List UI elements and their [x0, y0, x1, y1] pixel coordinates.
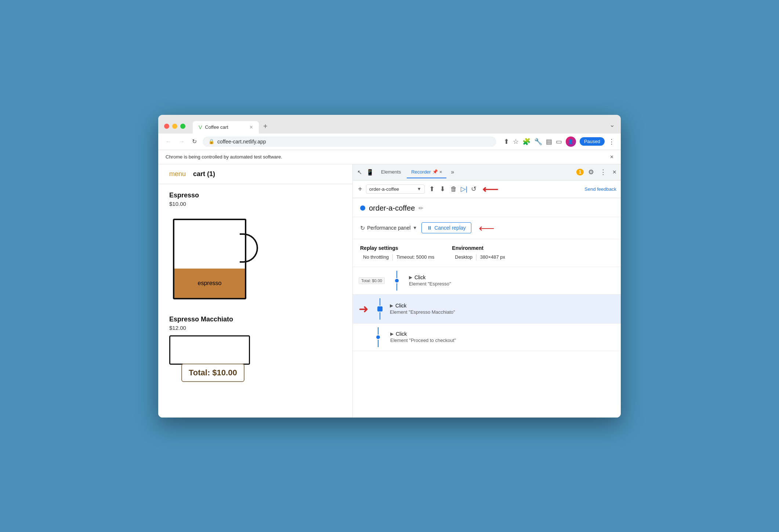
step-dot-1: [395, 279, 399, 283]
replay-settings-col: Replay settings No throttling | Timeout:…: [360, 245, 437, 261]
app-panel: menu cart (1) Espresso $10.00 espresso: [158, 164, 353, 418]
title-bar: V Coffee cart × + ⌄: [158, 115, 621, 134]
extensions-icon[interactable]: 🧩: [522, 138, 530, 146]
devtools-mobile-icon[interactable]: 📱: [365, 167, 375, 177]
nav-cart-link[interactable]: cart (1): [193, 170, 215, 178]
mug-handle: [240, 233, 258, 263]
steps-list: Total: $0.00 ▶ Click Element "Espresso": [353, 267, 621, 418]
timeout-value: Timeout: 5000 ms: [394, 254, 438, 260]
step-line-bottom-2: [380, 312, 380, 320]
devtools-panel: ↖ 📱 Elements Recorder 📌 × » 1 ⚙ ⋮ × +: [353, 164, 621, 418]
replay-controls: ↻ Performance panel ▼ ⏸ Cancel replay ⟵: [353, 217, 621, 239]
cancel-replay-button[interactable]: ⏸ Cancel replay: [421, 222, 471, 233]
step-content-espresso: ▶ Click Element "Espresso": [409, 274, 615, 287]
performance-panel-selector[interactable]: ↻ Performance panel ▼: [360, 225, 417, 232]
recording-select-text: order-a-coffee: [369, 186, 399, 192]
address-bar: ← → ↻ 🔒 coffee-cart.netlify.app ⬆ ☆ 🧩 🔧 …: [158, 134, 621, 150]
automation-text: Chrome is being controlled by automated …: [166, 154, 282, 160]
url-bar[interactable]: 🔒 coffee-cart.netlify.app: [203, 136, 496, 147]
step-expand-icon-2[interactable]: ▶: [390, 303, 393, 308]
step-action-label: Click: [414, 274, 425, 280]
tab-close-icon[interactable]: ×: [250, 124, 253, 131]
desktop-value: Desktop: [452, 254, 475, 260]
step-action-label-2: Click: [395, 303, 406, 309]
active-tab[interactable]: V Coffee cart ×: [193, 121, 259, 134]
step-preview-espresso: Total: $0.00: [359, 277, 385, 284]
tab-recorder[interactable]: Recorder 📌 ×: [407, 166, 446, 178]
recording-header: order-a-coffee ✏: [353, 198, 621, 217]
nav-menu-link[interactable]: menu: [169, 170, 186, 178]
paused-badge[interactable]: Paused: [580, 137, 605, 146]
browser-window: V Coffee cart × + ⌄ ← → ↻ 🔒 coffee-cart.…: [158, 115, 621, 418]
devtools-more-tabs[interactable]: »: [448, 166, 457, 178]
play-recording-icon[interactable]: ▷|: [461, 185, 468, 193]
devtools-close-icon[interactable]: ×: [611, 167, 618, 178]
mug-body: espresso: [173, 219, 246, 299]
step-item-macchiato[interactable]: ➜ ▶ Click Element "Espresso Macchiato": [353, 295, 621, 324]
step-content-checkout: ▶ Click Element "Proceed to checkout": [390, 331, 615, 343]
step-action-checkout: ▶ Click: [390, 331, 615, 337]
close-traffic-light[interactable]: [164, 124, 169, 129]
settings-section: Replay settings No throttling | Timeout:…: [353, 239, 621, 267]
tab-elements[interactable]: Elements: [377, 166, 405, 178]
devtools-tabs: ↖ 📱 Elements Recorder 📌 × » 1 ⚙ ⋮ ×: [353, 164, 621, 181]
step-item-espresso[interactable]: Total: $0.00 ▶ Click Element "Espresso": [353, 267, 621, 295]
export-recording-icon[interactable]: ⬆: [428, 183, 436, 194]
recording-name: order-a-coffee: [369, 204, 415, 212]
throttling-value: No throttling: [360, 254, 392, 260]
maximize-traffic-light[interactable]: [180, 124, 185, 129]
close-banner-icon[interactable]: ×: [610, 154, 613, 160]
minimize-traffic-light[interactable]: [172, 124, 177, 129]
edit-recording-name-icon[interactable]: ✏: [419, 205, 423, 212]
step-action-espresso: ▶ Click: [409, 274, 615, 280]
step-line-top-3: [378, 327, 378, 335]
main-content: menu cart (1) Espresso $10.00 espresso: [158, 164, 621, 418]
recorder-toolbar-icons: ⬆ ⬇ 🗑 ▷| ↺: [428, 183, 478, 194]
send-feedback-link[interactable]: Send feedback: [584, 186, 616, 192]
window-icon[interactable]: ▭: [556, 138, 562, 146]
step-line-bottom-3: [378, 340, 378, 347]
step-detail-espresso: Element "Espresso": [409, 281, 615, 287]
new-tab-button[interactable]: +: [259, 119, 272, 134]
forward-button[interactable]: →: [177, 137, 186, 146]
devtools-right-controls: 1 ⚙ ⋮ ×: [576, 167, 618, 178]
step-expand-icon[interactable]: ▶: [409, 275, 412, 280]
espresso-price: $10.00: [169, 201, 341, 207]
menu-icon[interactable]: ⋮: [608, 138, 615, 146]
step-detail-checkout: Element "Proceed to checkout": [390, 338, 615, 343]
automation-banner: Chrome is being controlled by automated …: [158, 150, 621, 164]
environment-values: Desktop | 380×487 px: [452, 253, 508, 261]
step-expand-icon-3[interactable]: ▶: [390, 331, 394, 336]
mug-fill-text: espresso: [198, 280, 222, 287]
cancel-replay-label: Cancel replay: [434, 225, 466, 231]
espresso-name: Espresso: [169, 192, 341, 199]
resolution-value: 380×487 px: [477, 254, 508, 260]
recording-select[interactable]: order-a-coffee ▼: [366, 185, 425, 194]
avatar[interactable]: 👤: [566, 136, 576, 147]
recorder-toolbar: + order-a-coffee ▼ ⬆ ⬇ 🗑 ▷| ↺ ⟵ Send fee…: [353, 181, 621, 198]
cast-icon[interactable]: ▤: [546, 138, 552, 146]
app-nav: menu cart (1): [158, 164, 352, 184]
import-recording-icon[interactable]: ⬇: [438, 183, 447, 194]
add-recording-button[interactable]: +: [357, 184, 363, 194]
share-icon[interactable]: ⬆: [504, 138, 509, 146]
cancel-replay-icon: ⏸: [427, 225, 432, 231]
devtools-icon[interactable]: 🔧: [534, 138, 542, 146]
devtools-settings-icon[interactable]: ⚙: [587, 167, 595, 178]
replay-icon[interactable]: ↺: [470, 183, 478, 194]
devtools-more-icon[interactable]: ⋮: [598, 167, 608, 178]
devtools-cursor-icon[interactable]: ↖: [356, 167, 363, 177]
step-line-top: [396, 271, 397, 278]
espresso-mug[interactable]: espresso: [169, 211, 257, 307]
recorder-close-icon[interactable]: ×: [439, 169, 442, 175]
url-text: coffee-cart.netlify.app: [217, 139, 266, 145]
bookmark-icon[interactable]: ☆: [513, 138, 519, 146]
replay-settings-values: No throttling | Timeout: 5000 ms: [360, 253, 437, 261]
reload-button[interactable]: ↻: [191, 136, 198, 146]
back-button[interactable]: ←: [164, 137, 173, 146]
select-chevron-icon: ▼: [417, 186, 421, 192]
step-item-checkout[interactable]: ▶ Click Element "Proceed to checkout": [353, 324, 621, 351]
delete-recording-icon[interactable]: 🗑: [449, 184, 459, 194]
total-text: Total: $10.00: [189, 368, 237, 377]
mug-fill: espresso: [174, 269, 245, 298]
